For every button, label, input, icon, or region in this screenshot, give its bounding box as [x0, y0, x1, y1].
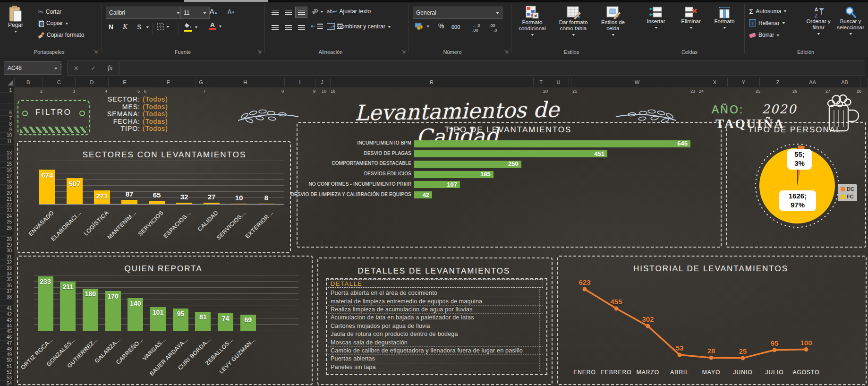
row-header-15[interactable]: 15 — [0, 162, 14, 167]
copy-button[interactable]: Copiar ▼ — [38, 20, 68, 26]
delete-cells-button[interactable]: Eliminar ▼ — [674, 6, 707, 31]
row-header-54[interactable]: 54 — [0, 381, 14, 386]
row-header-11[interactable]: 11 — [0, 139, 14, 145]
row-header-32[interactable]: 32 — [0, 260, 14, 266]
column-header-R[interactable]: R — [332, 77, 532, 87]
find-select-button[interactable]: Buscar y seleccionar ▼ — [834, 6, 867, 37]
accounting-format-button[interactable]: ▼ — [415, 22, 430, 30]
column-header-J[interactable]: J — [315, 77, 329, 87]
clipboard-dialog-launcher[interactable]: ⇲ — [94, 49, 97, 54]
row-header-36[interactable]: 36 — [0, 283, 14, 289]
format-painter-button[interactable]: Copiar formato — [38, 32, 84, 38]
column-header-W[interactable]: W — [572, 77, 702, 87]
font-size-select[interactable]: 11 ▼ — [180, 7, 210, 19]
row-header-hidden[interactable] — [0, 104, 14, 110]
row-header-14[interactable]: 14 — [0, 156, 14, 162]
column-header-X[interactable]: X — [702, 77, 728, 87]
column-header-AB[interactable]: AB — [829, 77, 860, 87]
borders-button[interactable]: ▼ — [157, 23, 170, 30]
name-box[interactable]: AC48 ▼ — [4, 61, 61, 75]
row-header-33[interactable]: 33 — [0, 266, 14, 271]
row-header-13[interactable]: 13 — [0, 150, 14, 156]
italic-button[interactable]: K — [121, 23, 129, 31]
format-as-table-button[interactable]: Dar formato como tabla ▼ — [553, 5, 593, 38]
orientation-button[interactable]: ab ▼ — [312, 8, 323, 15]
column-header-AA[interactable]: AA — [796, 77, 829, 87]
font-color-button[interactable]: A ▼ — [209, 22, 222, 30]
row-header-hidden[interactable] — [0, 145, 14, 150]
row-header-16[interactable]: 16 — [0, 168, 14, 173]
merge-center-button[interactable]: ↔ Combinar y centrar ▼ — [327, 23, 391, 30]
filter-value-3[interactable]: (Todas) — [143, 118, 168, 125]
insert-cells-button[interactable]: Insertar ▼ — [639, 6, 672, 31]
row-header-48[interactable]: 48 — [0, 346, 14, 352]
row-header-17[interactable]: 17 — [0, 173, 14, 179]
decrease-indent-button[interactable]: ⇤ — [311, 23, 323, 29]
row-header-1[interactable]: 1 — [0, 87, 14, 93]
panel-historial-chart[interactable] — [557, 256, 867, 385]
row-header-hidden[interactable] — [0, 93, 14, 98]
increase-font-button[interactable]: A▲ — [210, 8, 218, 15]
row-header-49[interactable]: 49 — [0, 352, 14, 358]
row-header-29[interactable]: 29 — [0, 242, 14, 248]
row-header-19[interactable]: 19 — [0, 185, 14, 190]
row-header-hidden[interactable] — [0, 98, 14, 104]
row-header-52[interactable]: 52 — [0, 369, 14, 375]
row-header-26[interactable]: 26 — [0, 225, 14, 231]
panel-tipos-chart[interactable] — [297, 122, 722, 248]
column-header-F[interactable]: F — [141, 77, 196, 87]
font-family-select[interactable]: Calibri ▼ — [106, 7, 183, 19]
filter-value-0[interactable]: (Todos) — [143, 95, 168, 103]
column-header-I[interactable]: I — [285, 77, 315, 87]
column-header-C[interactable]: C — [43, 77, 76, 87]
fx-icon[interactable]: fx — [108, 64, 112, 72]
row-header-8[interactable]: 8 — [0, 121, 14, 127]
filter-value-4[interactable]: (Todos) — [143, 125, 168, 132]
align-top-button[interactable] — [269, 7, 281, 17]
autosum-button[interactable]: Σ Autosuma ▼ — [749, 7, 787, 15]
column-header-B[interactable]: B — [14, 77, 43, 87]
row-header-53[interactable]: 53 — [0, 375, 14, 381]
row-header-23[interactable]: 23 — [0, 208, 14, 214]
panel-sectores-chart[interactable] — [17, 141, 291, 253]
comma-style-button[interactable]: 000 — [451, 24, 460, 30]
column-header-Y[interactable]: Y — [728, 77, 760, 87]
bold-button[interactable]: N — [107, 23, 115, 31]
enter-icon[interactable]: ✓ — [91, 65, 96, 72]
row-header-18[interactable]: 18 — [0, 179, 14, 185]
row-header-37[interactable]: 37 — [0, 289, 14, 294]
row-header-22[interactable]: 22 — [0, 202, 14, 208]
paste-button[interactable]: Pegar ▼ — [4, 5, 27, 34]
wrap-text-button[interactable]: ab↩ Ajustar texto — [327, 8, 371, 15]
column-header-U[interactable]: U — [548, 77, 569, 87]
sort-filter-button[interactable]: A Z Ordenar y filtrar ▼ — [800, 6, 837, 37]
conditional-formatting-button[interactable]: ≠ Formato condicional ▼ — [513, 5, 552, 38]
row-header-25[interactable]: 25 — [0, 219, 14, 225]
row-header-hidden[interactable] — [0, 231, 14, 237]
percent-style-button[interactable]: % — [438, 22, 444, 30]
alignment-dialog-launcher[interactable]: ⇲ — [401, 49, 405, 54]
row-header-28[interactable]: 28 — [0, 237, 14, 242]
filter-value-1[interactable]: (Todos) — [143, 103, 168, 111]
row-header-24[interactable]: 24 — [0, 214, 14, 219]
fill-color-button[interactable]: ▼ — [184, 22, 198, 32]
row-header-42[interactable]: 42 — [0, 312, 14, 317]
row-header-44[interactable]: 44 — [0, 323, 14, 329]
column-header-Z[interactable]: Z — [760, 77, 796, 87]
cut-button[interactable]: ✂ Cortar — [38, 8, 61, 16]
row-header-47[interactable]: 47 — [0, 341, 14, 346]
row-header-35[interactable]: 35 — [0, 277, 14, 283]
select-all-corner[interactable] — [0, 77, 15, 87]
row-header-43[interactable]: 43 — [0, 317, 14, 323]
increase-decimal-button[interactable]: ←.0.00 — [472, 23, 480, 33]
column-header-D[interactable]: D — [76, 77, 109, 87]
underline-button[interactable]: S ▼ — [135, 23, 149, 31]
row-header-21[interactable]: 21 — [0, 197, 14, 202]
number-dialog-launcher[interactable]: ⇲ — [504, 49, 508, 54]
cell-styles-button[interactable]: Estilos de celda ▼ — [595, 5, 631, 38]
decrease-font-button[interactable]: A▼ — [228, 9, 235, 15]
column-header-H[interactable]: H — [206, 77, 285, 87]
row-header-51[interactable]: 51 — [0, 363, 14, 369]
column-header-G[interactable]: G — [196, 77, 206, 87]
panel-personal-chart[interactable] — [726, 122, 866, 248]
